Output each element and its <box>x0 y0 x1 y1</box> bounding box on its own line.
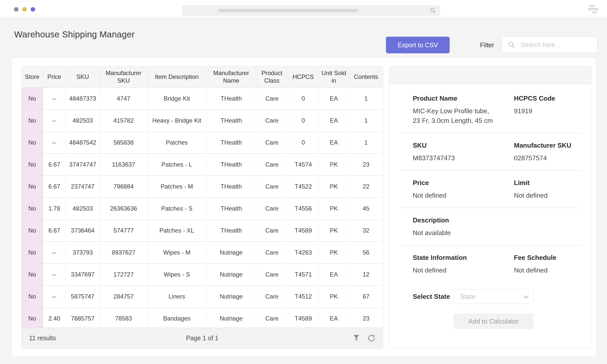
table-cell: Heavy - Bridge Kit <box>147 110 206 132</box>
table-cell: T4522 <box>288 176 319 198</box>
table-cell: No <box>21 154 43 176</box>
table-cell: Care <box>256 154 288 176</box>
column-header: HCPCS <box>288 66 319 88</box>
page-title: Warehouse Shipping Manager <box>14 29 135 39</box>
table-cell: 22 <box>349 176 383 198</box>
table-row[interactable]: No--3347697172727Wipes - SNutriageCareT4… <box>21 264 383 286</box>
add-to-calculator-button[interactable]: Add to Calculator <box>453 313 534 329</box>
table-cell: PK <box>319 242 349 264</box>
table-cell: No <box>21 132 43 154</box>
table-cell: No <box>21 308 43 330</box>
column-header: Manufacturer SKU <box>100 66 147 88</box>
table-cell: EA <box>319 132 349 154</box>
search-input[interactable] <box>520 38 595 52</box>
table-cell: 26363636 <box>100 198 147 220</box>
table-cell: 3347697 <box>66 264 100 286</box>
table-cell: Nutriage <box>206 242 256 264</box>
table-cell: THealth <box>206 198 256 220</box>
table-cell: EA <box>319 308 349 330</box>
panel-section: DescriptionNot available <box>399 208 582 245</box>
table-cell: THealth <box>206 132 256 154</box>
table-cell: T4571 <box>288 264 319 286</box>
column-header: Store <box>21 66 43 88</box>
table-row[interactable]: No2.40788575778583BandagesNutriageCareT4… <box>21 308 383 330</box>
window-dot-yellow[interactable] <box>22 7 27 12</box>
window-dot-gray[interactable] <box>14 7 18 12</box>
table-cell: 2.40 <box>43 308 66 330</box>
table-cell: Bridge Kit <box>147 88 206 110</box>
table-cell: Wipes - M <box>147 242 206 264</box>
table-cell: 32 <box>349 220 383 242</box>
table-cell: 2374747 <box>66 176 100 198</box>
table-cell: -- <box>43 286 66 308</box>
table-row[interactable]: No--48487542585838PatchesTHealthCare0EA1 <box>21 132 383 154</box>
table-cell: Care <box>256 198 288 220</box>
table-row[interactable]: No--5875747284757LinersNutriageCareT4512… <box>21 286 383 308</box>
field-value: Not available <box>413 228 514 238</box>
table-cell: No <box>21 198 43 220</box>
table-cell: Patches - L <box>147 154 206 176</box>
browser-address-bar[interactable] <box>182 5 440 16</box>
field-value: 028757574 <box>514 153 582 163</box>
panel-sections: Product NameMIC-Key Low Profile tube, 23… <box>399 86 582 283</box>
table-cell: 0 <box>288 88 319 110</box>
table-row[interactable]: No--3737938937627Wipes - MNutriageCareT4… <box>21 242 383 264</box>
field-value: Not defined <box>413 265 514 275</box>
field-label: Price <box>413 179 514 187</box>
page-indicator: Page 1 of 1 <box>21 334 383 342</box>
table-row[interactable]: No6.672374747796884Patches - MTHealthCar… <box>21 176 383 198</box>
select-state-label: Select State <box>413 293 453 301</box>
table-cell: Nutriage <box>206 308 256 330</box>
table-cell: PK <box>319 154 349 176</box>
table-cell: 415782 <box>100 110 147 132</box>
field-label: Description <box>413 216 514 224</box>
panel-field: SKUM8373747473 <box>413 142 514 163</box>
table-cell: 0 <box>288 132 319 154</box>
filter-funnel-icon[interactable] <box>352 333 361 343</box>
table-cell: Bandages <box>147 308 206 330</box>
table-cell: Patches - S <box>147 198 206 220</box>
table-cell: Care <box>256 132 288 154</box>
column-header: Unit Sold in <box>319 66 349 88</box>
products-table: StorePriceSKUManufacturer SKUItem Descri… <box>21 66 383 349</box>
table-cell: Care <box>256 286 288 308</box>
table-row[interactable]: No--482503415782Heavy - Bridge KitTHealt… <box>21 110 383 132</box>
table-cell: No <box>21 264 43 286</box>
table-cell: 67 <box>349 286 383 308</box>
table-cell: 1.78 <box>43 198 66 220</box>
table-row[interactable]: No6.67374747471163637Patches - LTHealthC… <box>21 154 383 176</box>
panel-section: PriceNot definedLimitNot defined <box>399 171 582 208</box>
window-dot-indigo[interactable] <box>31 7 35 12</box>
export-csv-button[interactable]: Export to CSV <box>386 37 450 53</box>
table-cell: 796884 <box>100 176 147 198</box>
panel-field: PriceNot defined <box>413 179 514 200</box>
table-cell: Care <box>256 110 288 132</box>
field-label: HCPCS Code <box>514 95 582 102</box>
state-dropdown-placeholder: State <box>460 293 475 301</box>
panel-field: Fee ScheduleNot defined <box>514 254 582 275</box>
table-cell: EA <box>319 88 349 110</box>
table-cell: 1 <box>349 132 383 154</box>
table-cell: 23 <box>349 308 383 330</box>
table-row[interactable]: No6.673736464574777Patches - XLTHealthCa… <box>21 220 383 242</box>
table-row[interactable]: No1.7848250326363636Patches - STHealthCa… <box>21 198 383 220</box>
table-cell: PK <box>319 176 349 198</box>
table-row[interactable]: No--484873734747Bridge KitTHealthCare0EA… <box>21 88 383 110</box>
table-cell: Nutriage <box>206 286 256 308</box>
table-cell: Nutriage <box>206 264 256 286</box>
product-detail-panel: Product NameMIC-Key Low Profile tube, 23… <box>389 66 592 349</box>
table-cell: No <box>21 176 43 198</box>
table-cell: 8937627 <box>100 242 147 264</box>
state-dropdown[interactable]: State <box>453 289 534 304</box>
table-cell: 5875747 <box>66 286 100 308</box>
field-label: Product Name <box>413 95 514 102</box>
refresh-icon[interactable] <box>367 333 376 343</box>
table-cell: -- <box>43 242 66 264</box>
column-header: Manufacturer Name <box>206 66 256 88</box>
table-cell: 48487373 <box>66 88 100 110</box>
menu-icon[interactable] <box>588 5 599 13</box>
panel-field: Product NameMIC-Key Low Profile tube, 23… <box>413 95 514 125</box>
field-value: Not defined <box>413 191 514 200</box>
panel-field: HCPCS Code91919 <box>514 95 582 125</box>
filter-label: Filter <box>480 41 494 49</box>
